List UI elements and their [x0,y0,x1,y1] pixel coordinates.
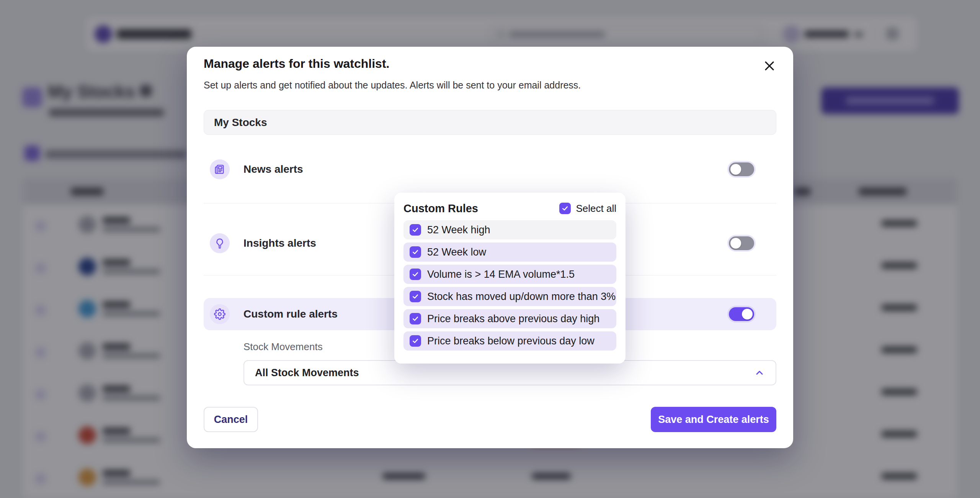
rule-row[interactable]: Price breaks below previous day low [403,331,616,351]
rule-row[interactable]: Price breaks above previous day high [403,309,616,328]
rule-label: 52 Week high [427,224,490,236]
screen: My Stocks Manage alerts for this watchli… [0,0,980,498]
rule-label: Price breaks below previous day low [427,335,595,347]
cancel-button[interactable]: Cancel [204,407,258,432]
rule-label: Volume is > 14 EMA volume*1.5 [427,269,575,280]
save-and-create-alerts-button[interactable]: Save and Create alerts [651,407,776,432]
rule-row[interactable]: 52 Week high [403,220,616,239]
select-all-checkbox[interactable] [559,203,571,214]
insights-alerts-label: Insights alerts [243,227,316,259]
select-all[interactable]: Select all [559,203,617,215]
rule-label: Price breaks above previous day high [427,313,599,325]
newspaper-icon [210,159,230,179]
gear-icon [210,304,230,324]
rule-label: 52 Week low [427,246,486,258]
stock-movements-label: Stock Movements [243,341,323,353]
chevron-up-icon [754,367,765,378]
lightbulb-icon [210,233,230,253]
rule-row[interactable]: 52 Week low [403,242,616,262]
rule-checkbox[interactable] [410,246,421,258]
modal-title: Manage alerts for this watchlist. [204,57,389,71]
custom-rule-alerts-toggle[interactable] [729,307,754,321]
rule-checkbox[interactable] [410,224,421,236]
rule-row[interactable]: Volume is > 14 EMA volume*1.5 [403,265,616,284]
modal-subtitle: Set up alerts and get notified about the… [204,80,581,91]
stock-movements-value: All Stock Movements [255,367,359,379]
close-icon[interactable] [761,57,778,74]
watchlist-name-input[interactable] [204,110,776,135]
rule-checkbox[interactable] [410,269,421,280]
rule-checkbox[interactable] [410,335,421,347]
rule-label: Stock has moved up/down more than 3% [427,291,616,303]
rule-checkbox[interactable] [410,313,421,324]
news-alerts-toggle[interactable] [729,162,754,176]
popup-header: Custom Rules Select all [403,200,616,217]
insights-alerts-toggle[interactable] [729,236,754,250]
custom-rule-alerts-label: Custom rule alerts [243,298,338,330]
rule-checkbox[interactable] [410,291,421,302]
custom-rules-popup: Custom Rules Select all 52 Week high 52 … [394,193,626,364]
rule-list: 52 Week high 52 Week low Volume is > 14 … [403,220,616,354]
select-all-label: Select all [576,203,617,215]
stock-movements-dropdown[interactable]: All Stock Movements [243,360,776,385]
rule-row[interactable]: Stock has moved up/down more than 3% [403,287,616,306]
news-alerts-label: News alerts [243,153,303,185]
popup-title: Custom Rules [403,202,478,215]
news-alerts-row: News alerts [204,153,776,185]
